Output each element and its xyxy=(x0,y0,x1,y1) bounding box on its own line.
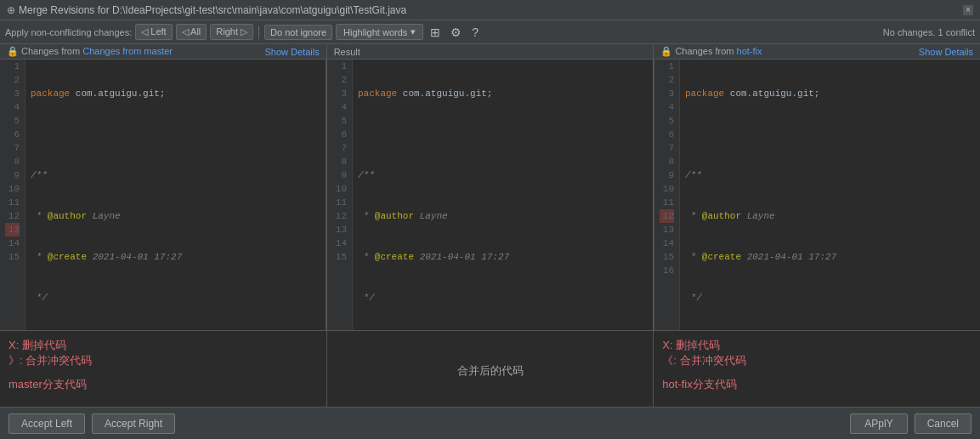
middle-panel-header: Result xyxy=(327,44,654,59)
changes-from-label: Changes from xyxy=(21,46,82,56)
lock-icon-right: 🔒 xyxy=(660,46,672,56)
grid-icon-button[interactable]: ⊞ xyxy=(427,24,444,41)
help-icon-button[interactable]: ? xyxy=(468,24,482,41)
code-panels-container: 123456 789101112 13 1415 package com.atg… xyxy=(0,60,980,330)
left-line-numbers: 123456 789101112 13 1415 xyxy=(0,60,25,330)
delete-note-left: X: 删掉代码 》: 合并冲突代码 xyxy=(8,338,318,368)
close-button[interactable]: × xyxy=(963,5,973,15)
master-branch-annotation: master分支代码 xyxy=(8,377,318,392)
middle-line-numbers: 123456 789101112 131415 xyxy=(327,60,353,330)
merge-result-annotation: 合并后的代码 xyxy=(336,363,645,379)
apply-button[interactable]: APplY xyxy=(850,413,907,434)
left-panel-header: 🔒 Changes from Changes from master Show … xyxy=(0,44,327,59)
accept-right-button[interactable]: Accept Right xyxy=(92,413,175,434)
right-annotation: X: 删掉代码 《: 合并冲突代码 hot-fix分支代码 xyxy=(654,331,980,407)
bottom-left-buttons: Accept Left Accept Right xyxy=(8,413,175,434)
left-arrow-button[interactable]: ◁ Left xyxy=(135,24,172,40)
right-code-lines: package com.atguigu.git; /** * @author L… xyxy=(680,60,980,330)
separator-1 xyxy=(258,26,259,39)
bottom-bar: Accept Left Accept Right APplY Cancel xyxy=(0,407,980,439)
do-not-ignore-button[interactable]: Do not ignore xyxy=(264,25,332,40)
title-bar: ⊕ Merge Revisions for D:\IdeaProjects\gi… xyxy=(0,0,980,20)
show-details-left-link[interactable]: Show Details xyxy=(264,47,319,57)
lock-icon-left: 🔒 xyxy=(7,46,19,56)
panel-headers: 🔒 Changes from Changes from master Show … xyxy=(0,44,980,60)
apply-non-conflicting-label: Apply non-conflicting changes: xyxy=(5,27,132,37)
right-line-numbers: 123456 7891011 12 13141516 xyxy=(654,60,680,330)
right-code-content[interactable]: 123456 7891011 12 13141516 package com.a… xyxy=(654,60,980,330)
show-details-right-link[interactable]: Show Details xyxy=(919,47,973,57)
annotation-area: X: 删掉代码 》: 合并冲突代码 master分支代码 合并后的代码 X: 删… xyxy=(0,330,980,407)
left-code-panel: 123456 789101112 13 1415 package com.atg… xyxy=(0,60,326,330)
hot-fix-branch-label: hot-fix xyxy=(737,46,762,56)
highlight-words-button[interactable]: Highlight words ▾ xyxy=(336,24,423,40)
merge-icon: ⊕ xyxy=(7,4,15,16)
cancel-button[interactable]: Cancel xyxy=(915,413,972,434)
hot-fix-branch-annotation: hot-fix分支代码 xyxy=(662,377,972,392)
middle-code-content[interactable]: 123456 789101112 131415 package com.atgu… xyxy=(327,60,653,330)
right-panel-header: 🔒 Changes from hot-fix Show Details xyxy=(654,44,980,59)
delete-note-right: X: 删掉代码 《: 合并冲突代码 xyxy=(662,338,972,368)
result-label: Result xyxy=(334,47,360,57)
left-code-lines: package com.atguigu.git; /** * @author L… xyxy=(25,60,326,330)
chevron-down-icon: ▾ xyxy=(411,26,416,37)
no-changes-label: No changes. 1 conflict xyxy=(883,27,975,37)
all-arrow-button[interactable]: ◁ All xyxy=(176,24,207,40)
right-code-panel: 123456 7891011 12 13141516 package com.a… xyxy=(654,60,980,330)
left-header-title: 🔒 Changes from Changes from master xyxy=(7,46,173,57)
settings-icon-button[interactable]: ⚙ xyxy=(447,24,465,41)
right-header-title: 🔒 Changes from hot-fix xyxy=(660,46,762,57)
accept-left-button[interactable]: Accept Left xyxy=(8,413,85,434)
toolbar: Apply non-conflicting changes: ◁ Left ◁ … xyxy=(0,20,980,44)
title-bar-content: ⊕ Merge Revisions for D:\IdeaProjects\gi… xyxy=(7,4,406,16)
middle-code-panel: 123456 789101112 131415 package com.atgu… xyxy=(326,60,654,330)
highlight-words-label: Highlight words xyxy=(343,27,407,37)
title-text: Merge Revisions for D:\IdeaProjects\git-… xyxy=(19,4,406,16)
middle-annotation: 合并后的代码 xyxy=(327,331,654,407)
right-arrow-button[interactable]: Right ▷ xyxy=(210,24,253,40)
left-code-content[interactable]: 123456 789101112 13 1415 package com.atg… xyxy=(0,60,326,330)
left-annotation: X: 删掉代码 》: 合并冲突代码 master分支代码 xyxy=(0,331,327,407)
changes-from-right-label: Changes from xyxy=(675,46,736,56)
bottom-right-buttons: APplY Cancel xyxy=(850,413,972,434)
middle-code-lines: package com.atguigu.git; /** * @author L… xyxy=(353,60,653,330)
master-branch-label: Changes from master xyxy=(82,46,173,56)
